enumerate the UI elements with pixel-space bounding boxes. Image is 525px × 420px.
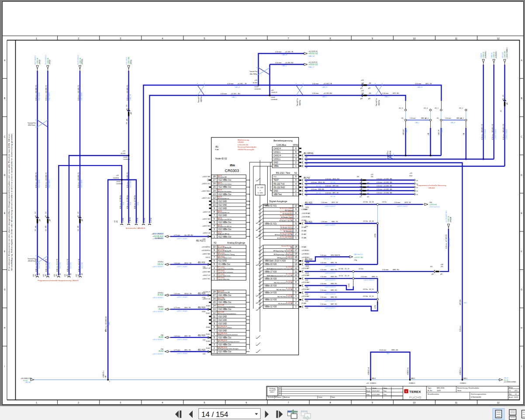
svg-text:-X2_: -X2_ (401, 117, 404, 119)
svg-text:g06: g06 (130, 112, 132, 114)
svg-text:Reserve B1 Analog RD: Reserve B1 Analog RD (218, 250, 232, 252)
svg-text:1: 1 (295, 305, 297, 308)
svg-text:CAN_H: CAN_H (235, 86, 240, 88)
svg-text:H: H (4, 327, 6, 329)
svg-text:CAN_H: CAN_H (441, 128, 443, 133)
svg-text:-B1:X21: -B1:X21 (304, 220, 312, 223)
svg-text:+02C: +02C (514, 390, 518, 392)
svg-text:+03/17.H3: +03/17.H3 (202, 225, 210, 227)
svg-text:5: 5 (295, 291, 297, 294)
svg-text:2: 2 (78, 37, 79, 40)
svg-text:+LB 01 CR03: +LB 01 CR03 (449, 238, 450, 247)
svg-text:-W94 ,YE: -W94 ,YE (184, 307, 191, 309)
svg-text:+06: +06 (77, 215, 79, 218)
svg-text:15: 15 (213, 186, 216, 188)
svg-text:-W92 ,YE: -W92 ,YE (184, 335, 191, 337)
svg-text:-X22: -X22 (54, 274, 55, 277)
svg-text:+02/9Y1 D2/9Y17: +02/9Y1 D2/9Y17 (325, 279, 335, 281)
svg-text:-B1:XP/N1: -B1:XP/N1 (303, 152, 314, 155)
svg-text:+03/17.J11: +03/17.J11 (202, 182, 210, 185)
svg-text:+03/17.H11: +03/17.H11 (201, 190, 210, 192)
svg-text:n.c.: n.c. (273, 176, 276, 178)
svg-text:01.02.2008: 01.02.2008 (372, 394, 380, 396)
svg-text:+LB 01 CR0303.5: +LB 01 CR0303.5 (152, 353, 164, 355)
svg-text:7: 7 (214, 256, 215, 258)
svg-text:0 050 143 190: 0 050 143 190 (238, 144, 248, 146)
svg-text:/I5.A6: /I5.A6 (215, 149, 219, 151)
svg-text:Petri: Petri (383, 390, 387, 392)
svg-text:3: 3 (295, 298, 297, 301)
svg-text:-X5: -X5 (440, 265, 443, 268)
svg-text:BR Magnetanlage Streufe: BR Magnetanlage Streufe (277, 257, 293, 259)
svg-text:g05: g05 (506, 102, 508, 105)
svg-text:GND: GND (273, 190, 278, 192)
svg-text:7: 7 (288, 37, 289, 40)
svg-text:-04+-W3 ,BU: -04+-W3 ,BU (184, 234, 193, 236)
svg-text:5: 5 (295, 151, 297, 153)
svg-text:-W87 ,RD: -W87 ,RD (330, 303, 337, 305)
svg-text:+01/14.A2: +01/14.A2 (301, 295, 309, 297)
svg-text:1,50 mm² +0?-W?,RD: 1,50 mm² +0?-W?,RD (446, 234, 447, 249)
svg-text:MB:2: MB:2 (411, 378, 415, 379)
svg-text:G: G (521, 289, 522, 291)
svg-text:1,50 mm²: 1,50 mm² (320, 283, 327, 285)
svg-text:-W75 ,YE: -W75 ,YE (425, 83, 432, 85)
svg-text:0,50 mm² +B1-W70,YE: 0,50 mm² +B1-W70,YE (35, 172, 37, 188)
svg-text:0,50 mm² +B1-W70,YE: 0,50 mm² +B1-W70,YE (35, 85, 37, 100)
svg-text:+03/17.H4: +03/17.H4 (202, 218, 211, 220)
svg-text:+01-XL9/9:Z1: +01-XL9/9:Z1 (308, 62, 318, 63)
svg-text:-W85 ,RD: -W85 ,RD (330, 289, 337, 291)
svg-text:90: 90 (416, 194, 418, 196)
svg-text:4: 4 (162, 401, 163, 404)
svg-text:+LB 01 CR0303: +LB 01 CR0303 (484, 129, 486, 140)
svg-text:1,00 mm²: 1,00 mm² (321, 221, 328, 223)
svg-text:+03/5.H4: +03/5.H4 (504, 51, 506, 59)
svg-text:0,50 mm² +B1-W9,BU: 0,50 mm² +B1-W9,BU (120, 195, 121, 209)
svg-text:11I18: 11I18 (305, 272, 309, 274)
svg-text:-X2_2: -X2_2 (459, 107, 463, 109)
svg-text:-XL9/9: -XL9/9 (120, 152, 126, 155)
svg-text:9: 9 (214, 322, 215, 325)
svg-text:EB Fahrsignal Schwenkbremse: EB Fahrsignal Schwenkbremse (218, 313, 236, 315)
svg-text:CAN1 L: CAN1 L (273, 158, 281, 160)
svg-text:X12 GND: X12 GND (218, 207, 227, 210)
svg-text:W02: W02 (387, 353, 390, 355)
svg-text:RdCCH/B05: RdCCH/B05 (38, 179, 40, 188)
svg-text:X10 VBBs Out: X10 VBBs Out (218, 337, 231, 339)
svg-text:HB/HS Abblendscheinwerfer Dreh: HB/HS Abblendscheinwerfer Dreh hinten BR (266, 268, 293, 270)
svg-text:2: 2 (78, 401, 79, 404)
svg-text:-X2:20a: -X2:20a (363, 289, 368, 290)
svg-text:X10 VBBs Out: X10 VBBs Out (218, 308, 231, 310)
svg-text:X10 GND: X10 GND (218, 316, 227, 318)
svg-text:6: 6 (246, 37, 247, 40)
svg-text:Name: Name (383, 387, 387, 389)
svg-text:X12 VBBs Out: X12 VBBs Out (218, 186, 231, 188)
svg-text:-X4: -X4 (35, 212, 36, 214)
svg-text:B: B (521, 97, 522, 100)
svg-text:CAN_L/B: CAN_L/B (130, 94, 131, 100)
svg-text:B1 Wandlerlüfter: B1 Wandlerlüfter (283, 213, 292, 215)
svg-text:-B1:X12:1: -B1:X12:1 (196, 239, 205, 242)
svg-text:-X2_4: -X2_4 (425, 117, 428, 119)
svg-text:3I8: 3I8 (305, 163, 307, 165)
svg-text:7: 7 (288, 401, 289, 404)
svg-text:3I6: 3I6 (305, 191, 307, 193)
svg-text:Bezeichnung: Stromlaufplan: Bezeichnung: Stromlaufplan (457, 387, 479, 389)
svg-text:+02/9Y1 D2/9Y17: +02/9Y1 D2/9Y17 (325, 293, 335, 295)
svg-text:X10 GND: X10 GND (218, 319, 227, 321)
svg-text:-X4: -X4 (77, 229, 79, 231)
svg-text:+03/17.J8: +03/17.J8 (203, 211, 210, 213)
svg-text:EB Überbrücken BR: EB Überbrücken BR (218, 292, 230, 293)
svg-text:5: 5 (214, 263, 215, 265)
svg-text:CAN_H: CAN_H (322, 86, 328, 88)
svg-text:17I18: 17I18 (202, 297, 205, 299)
svg-text:EB Greifer links drehen: EB Greifer links drehen (218, 191, 231, 193)
svg-text:+01: +01 (122, 150, 126, 152)
svg-text:RdCCH/B: RdCCH/B (70, 262, 72, 269)
svg-text:-X2/9b: -X2/9b (374, 305, 376, 309)
svg-text:Litzenkl.: Litzenkl. (271, 96, 275, 98)
svg-text:CAN_L: CAN_L (282, 65, 287, 67)
svg-text:2,50 mm²: 2,50 mm² (382, 269, 389, 271)
svg-text:RdCCH/B05: RdCCH/B05 (48, 92, 50, 100)
svg-text:a: a (280, 394, 280, 396)
